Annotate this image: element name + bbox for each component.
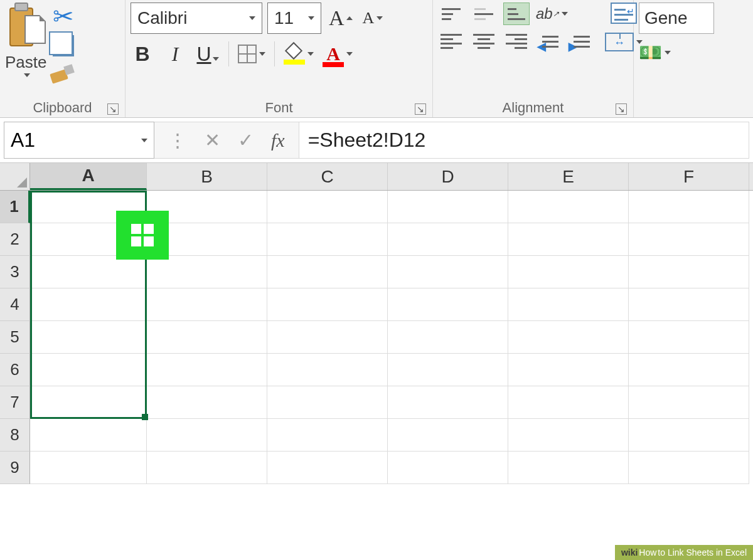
cell[interactable] <box>388 452 508 484</box>
row-header-9[interactable]: 9 <box>0 452 30 484</box>
clipboard-dialog-launcher[interactable] <box>107 103 119 115</box>
underline-button[interactable]: U <box>196 43 220 66</box>
cell[interactable] <box>267 191 388 223</box>
cell[interactable] <box>388 288 508 321</box>
cell[interactable] <box>629 256 749 288</box>
cell[interactable] <box>508 386 629 419</box>
cell[interactable] <box>147 288 267 321</box>
name-box[interactable]: A1 <box>4 122 154 159</box>
decrease-indent-button[interactable]: ◀ <box>536 32 561 53</box>
cell[interactable] <box>508 452 629 484</box>
cell[interactable] <box>388 386 508 419</box>
select-all-corner[interactable] <box>0 163 30 190</box>
cell[interactable] <box>629 354 749 386</box>
cell[interactable] <box>30 288 147 321</box>
decrease-font-button[interactable]: A <box>360 9 386 28</box>
cell[interactable] <box>508 256 629 288</box>
cell[interactable] <box>30 452 147 484</box>
cell[interactable] <box>267 419 388 452</box>
row-header-7[interactable]: 7 <box>0 386 30 419</box>
bold-button[interactable]: B <box>131 43 154 66</box>
cell[interactable] <box>147 256 267 288</box>
cell[interactable] <box>388 419 508 452</box>
accounting-format-button[interactable]: 💵 <box>639 41 671 63</box>
align-center-button[interactable] <box>471 31 497 54</box>
enter-formula-button[interactable]: ✓ <box>238 129 254 151</box>
cell[interactable] <box>30 256 147 288</box>
row-header-6[interactable]: 6 <box>0 354 30 386</box>
cell[interactable] <box>388 223 508 256</box>
row-header-4[interactable]: 4 <box>0 288 30 321</box>
cell[interactable] <box>267 452 388 484</box>
cell[interactable] <box>267 354 388 386</box>
cell[interactable] <box>30 386 147 419</box>
insert-function-button[interactable]: fx <box>271 130 285 151</box>
cell[interactable] <box>629 321 749 354</box>
column-header-A[interactable]: A <box>30 163 147 190</box>
orientation-button[interactable]: ab↗ <box>536 5 568 23</box>
cell[interactable] <box>30 321 147 354</box>
spreadsheet-grid[interactable]: A B C D E F 123456789 <box>0 163 753 484</box>
cut-button[interactable]: ✂ <box>51 4 76 29</box>
font-color-button[interactable]: A <box>323 43 353 65</box>
cell[interactable] <box>629 452 749 484</box>
row-header-8[interactable]: 8 <box>0 419 30 452</box>
paste-button[interactable]: Paste <box>5 3 47 77</box>
align-bottom-button[interactable] <box>503 3 530 25</box>
cell[interactable] <box>508 288 629 321</box>
formula-input[interactable]: =Sheet2!D12 <box>299 122 749 159</box>
column-header-F[interactable]: F <box>629 163 749 190</box>
cell[interactable] <box>508 419 629 452</box>
cell[interactable] <box>629 419 749 452</box>
column-header-D[interactable]: D <box>388 163 508 190</box>
font-dialog-launcher[interactable] <box>415 103 426 115</box>
align-left-button[interactable] <box>438 31 464 54</box>
column-header-C[interactable]: C <box>267 163 388 190</box>
cell[interactable] <box>267 321 388 354</box>
align-top-button[interactable] <box>438 3 464 25</box>
cell[interactable] <box>629 288 749 321</box>
font-size-combo[interactable]: 11 <box>267 3 321 34</box>
ellipsis-icon[interactable]: ⋮ <box>168 129 187 151</box>
cell[interactable] <box>147 386 267 419</box>
cell[interactable] <box>629 223 749 256</box>
cell[interactable] <box>508 191 629 223</box>
column-header-E[interactable]: E <box>508 163 629 190</box>
cell[interactable] <box>30 419 147 452</box>
cell[interactable] <box>388 321 508 354</box>
cell[interactable] <box>388 191 508 223</box>
cell[interactable] <box>508 223 629 256</box>
fill-color-button[interactable] <box>284 43 314 65</box>
row-header-2[interactable]: 2 <box>0 223 30 256</box>
borders-button[interactable] <box>238 45 265 63</box>
italic-button[interactable]: I <box>163 43 187 66</box>
alignment-dialog-launcher[interactable] <box>616 103 627 115</box>
cell[interactable] <box>267 223 388 256</box>
cell[interactable] <box>508 354 629 386</box>
cell[interactable] <box>388 256 508 288</box>
cancel-formula-button[interactable]: ✕ <box>205 129 220 151</box>
align-middle-button[interactable] <box>471 3 497 25</box>
cell[interactable] <box>267 256 388 288</box>
row-header-5[interactable]: 5 <box>0 321 30 354</box>
cell[interactable] <box>629 191 749 223</box>
font-name-combo[interactable]: Calibri <box>131 3 262 34</box>
cell[interactable] <box>147 452 267 484</box>
row-header-3[interactable]: 3 <box>0 256 30 288</box>
cell[interactable] <box>267 386 388 419</box>
row-header-1[interactable]: 1 <box>0 191 30 223</box>
increase-indent-button[interactable]: ▶ <box>567 32 592 53</box>
copy-button[interactable] <box>51 35 76 56</box>
cell[interactable] <box>147 321 267 354</box>
cell[interactable] <box>30 354 147 386</box>
cell[interactable] <box>629 386 749 419</box>
number-format-combo[interactable]: Gene <box>639 3 714 34</box>
increase-font-button[interactable]: A <box>326 6 355 30</box>
cell[interactable] <box>147 419 267 452</box>
cell[interactable] <box>388 354 508 386</box>
cell[interactable] <box>267 288 388 321</box>
cell[interactable] <box>147 354 267 386</box>
align-right-button[interactable] <box>503 31 530 54</box>
cell[interactable] <box>508 321 629 354</box>
column-header-B[interactable]: B <box>147 163 267 190</box>
